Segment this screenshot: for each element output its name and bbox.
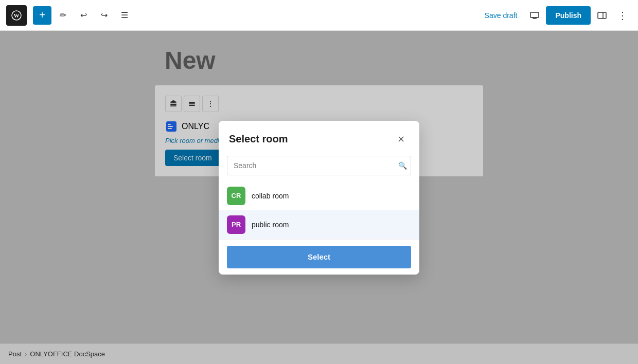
select-button[interactable]: Select <box>227 246 411 268</box>
list-view-button[interactable]: ☰ <box>115 6 134 25</box>
preview-button[interactable] <box>525 6 544 25</box>
edit-tool-button[interactable]: ✏ <box>54 6 72 25</box>
svg-rect-5 <box>598 12 606 19</box>
search-icon: 🔍 <box>398 161 407 170</box>
modal-close-button[interactable]: ✕ <box>393 131 409 148</box>
modal-footer: Select <box>219 239 419 275</box>
search-container: 🔍 <box>227 156 411 175</box>
public-room-name: public room <box>252 221 289 229</box>
save-draft-button[interactable]: Save draft <box>478 7 524 24</box>
modal-header: Select room ✕ <box>219 121 419 156</box>
modal-overlay: Select room ✕ 🔍 CR collab room PR public… <box>0 31 638 364</box>
add-block-button[interactable]: + <box>33 6 51 25</box>
publish-button[interactable]: Publish <box>546 6 591 25</box>
search-icon-button[interactable]: 🔍 <box>398 161 407 170</box>
public-room-avatar: PR <box>227 215 245 234</box>
search-input[interactable] <box>227 156 411 175</box>
svg-rect-2 <box>530 12 539 17</box>
more-options-button[interactable]: ⋮ <box>613 6 632 25</box>
select-room-modal: Select room ✕ 🔍 CR collab room PR public… <box>219 121 419 275</box>
redo-button[interactable]: ↪ <box>95 6 113 25</box>
toolbar: W + ✏ ↩ ↪ ☰ Save draft Publish ⋮ <box>0 0 638 31</box>
main-content: New <box>0 31 638 364</box>
room-item-public[interactable]: PR public room <box>219 210 419 239</box>
room-item-collab[interactable]: CR collab room <box>219 181 419 210</box>
modal-title: Select room <box>229 133 288 145</box>
svg-text:W: W <box>14 12 20 19</box>
svg-rect-4 <box>531 17 538 18</box>
svg-rect-3 <box>533 18 537 19</box>
collab-room-name: collab room <box>252 192 289 200</box>
wp-logo: W <box>6 5 27 26</box>
sidebar-toggle-button[interactable] <box>593 6 611 25</box>
undo-button[interactable]: ↩ <box>74 6 93 25</box>
collab-room-avatar: CR <box>227 187 245 205</box>
room-list: CR collab room PR public room <box>219 181 419 239</box>
